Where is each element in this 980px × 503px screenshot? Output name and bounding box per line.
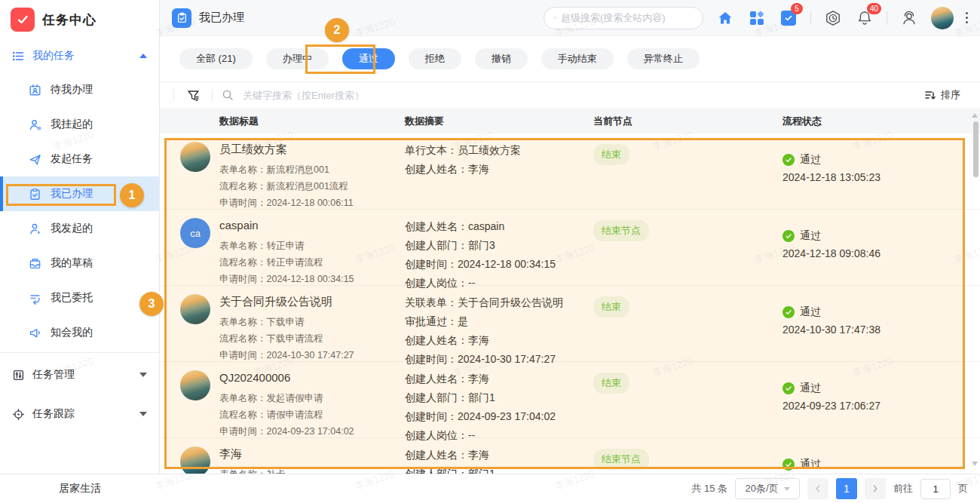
- task-center-app: 任务中心 我的任务 待我办理 我挂起的 发起任务: [0, 0, 980, 503]
- flow-status: 通过 2024-09-23 17:06:27: [782, 382, 880, 412]
- sidebar-item-suspended[interactable]: 我挂起的: [0, 107, 159, 142]
- summary-line: 创建人部门：部门3: [405, 236, 556, 255]
- filter-button[interactable]: [183, 85, 203, 105]
- summary-line: 单行文本：员工绩效方案: [405, 141, 521, 160]
- sidebar-item-label: 发起任务: [51, 152, 93, 166]
- group-label: 任务跟踪: [32, 407, 75, 421]
- support-button[interactable]: [899, 8, 919, 28]
- goto-page-input[interactable]: [920, 479, 951, 499]
- prev-page-button[interactable]: [807, 478, 828, 499]
- tab-in-progress[interactable]: 办理中: [266, 48, 329, 69]
- workspace-switcher[interactable]: 居家生活: [0, 482, 160, 495]
- divider: [810, 11, 811, 25]
- flow-status: 通过: [782, 458, 821, 471]
- filter-row: 排序: [160, 82, 980, 108]
- field-line: 表单名称：补卡: [219, 466, 286, 474]
- row-fields: 表单名称：补卡: [219, 466, 286, 474]
- flow-status: 通过 2024-10-30 17:47:38: [782, 305, 880, 336]
- row-summary: 单行文本：员工绩效方案 创建人姓名：李海: [405, 141, 521, 179]
- sidebar-item-todo[interactable]: 待我办理: [0, 72, 159, 107]
- keyword-search-input[interactable]: [243, 90, 544, 101]
- row-fields: 表单名称：下载申请 流程名称：下载申请流程 申请时间：2024-10-30 17…: [219, 314, 354, 363]
- status-label: 通过: [800, 229, 821, 243]
- tab-passed[interactable]: 通过: [342, 48, 395, 69]
- user-arrow-icon: [29, 222, 41, 235]
- app-logo[interactable]: 任务中心: [0, 0, 159, 39]
- next-page-button[interactable]: [865, 478, 886, 499]
- tab-revoked[interactable]: 撤销: [475, 48, 528, 69]
- sidebar-item-cc-to-me[interactable]: 知会我的: [0, 315, 159, 350]
- sidebar-item-initiated-by-me[interactable]: 我发起的: [0, 211, 159, 246]
- table-row[interactable]: ca caspain 表单名称：转正申请 流程名称：转正申请流程 申请时间：20…: [160, 210, 980, 286]
- sidebar-item-drafts[interactable]: 我的草稿: [0, 246, 159, 281]
- apps-button[interactable]: [747, 8, 767, 28]
- sidebar-item-delegated[interactable]: 我已委托: [0, 281, 159, 315]
- avatar: [180, 142, 210, 172]
- tab-abnormal-end[interactable]: 异常终止: [627, 48, 700, 69]
- table-row[interactable]: 李海 表单名称：补卡 创建人姓名：李海 创建人部门：部门1 结束节点 通过: [160, 438, 980, 474]
- page-size-select[interactable]: 20条/页: [735, 478, 800, 499]
- sidebar-item-initiate-task[interactable]: 发起任务: [0, 142, 159, 176]
- row-fields: 表单名称：新流程消息001 流程名称：新流程消息001流程 申请时间：2024-…: [219, 161, 354, 211]
- row-title[interactable]: 员工绩效方案: [219, 143, 287, 157]
- status-label: 通过: [800, 305, 821, 319]
- row-summary: 创建人姓名：李海 创建人部门：部门1 创建时间：2024-09-23 17:04…: [405, 370, 556, 445]
- home-button[interactable]: [715, 8, 735, 28]
- status-time: 2024-12-18 09:08:46: [782, 247, 880, 259]
- summary-line: 创建人姓名：李海: [405, 370, 556, 388]
- calendar-user-icon: [29, 84, 41, 97]
- summary-line: 创建时间：2024-12-18 00:34:15: [405, 255, 556, 274]
- status-time: 2024-09-23 17:06:27: [782, 400, 880, 412]
- avatar: [180, 370, 210, 400]
- more-menu-button[interactable]: [966, 12, 968, 23]
- search-icon: [222, 89, 234, 101]
- table-row[interactable]: 员工绩效方案 表单名称：新流程消息001 流程名称：新流程消息001流程 申请时…: [160, 133, 980, 210]
- status-tabbar: 全部 (21) 办理中 通过 拒绝 撤销 手动结束 异常终止: [160, 36, 980, 82]
- global-search-input[interactable]: [561, 12, 694, 23]
- summary-line: 审批通过：是: [405, 312, 563, 331]
- scrollbar-down-arrow[interactable]: [972, 462, 978, 466]
- row-title[interactable]: caspain: [219, 219, 259, 232]
- row-summary: 创建人姓名：caspain 创建人部门：部门3 创建时间：2024-12-18 …: [405, 217, 556, 293]
- sidebar-item-handled[interactable]: 我已办理: [0, 176, 159, 211]
- tab-rejected[interactable]: 拒绝: [409, 48, 461, 69]
- current-node-tag: 结束节点: [593, 449, 649, 470]
- clipboard-check-icon: [29, 188, 41, 201]
- table-row[interactable]: QJ202400006 表单名称：发起请假申请 流程名称：请假申请流程 申请时间…: [160, 362, 980, 438]
- user-avatar[interactable]: [931, 7, 954, 29]
- sidebar-group-task-manage[interactable]: 任务管理: [0, 355, 159, 394]
- row-title[interactable]: QJ202400006: [219, 371, 290, 384]
- sidebar-item-label: 我的草稿: [51, 256, 93, 270]
- table-header: 数据标题 数据摘要 当前节点 流程状态: [160, 108, 980, 133]
- sidebar-item-label: 知会我的: [51, 326, 93, 339]
- row-title[interactable]: 李海: [219, 447, 242, 462]
- tab-manual-end[interactable]: 手动结束: [541, 48, 614, 69]
- sidebar-group-task-track[interactable]: 任务跟踪: [0, 394, 159, 434]
- page-title: 我已办理: [199, 11, 244, 25]
- tab-all[interactable]: 全部 (21): [179, 48, 253, 69]
- scrollbar-up-arrow[interactable]: [972, 113, 978, 118]
- divider: [212, 89, 213, 101]
- page-1-button[interactable]: 1: [836, 478, 857, 499]
- topbar: 我已办理 5: [160, 0, 980, 36]
- crosshair-target-icon: [12, 408, 25, 421]
- sidebar-group-my-tasks[interactable]: 我的任务: [0, 39, 159, 72]
- history-button[interactable]: [823, 8, 843, 28]
- draft-inbox-icon: [29, 257, 41, 270]
- status-label: 通过: [800, 458, 821, 471]
- sort-button[interactable]: 排序: [924, 88, 966, 102]
- delegate-transfer-icon: [29, 292, 41, 305]
- chevron-down-icon: [139, 412, 147, 416]
- tasks-shortcut-button[interactable]: 5: [779, 8, 798, 28]
- apps-grid-icon: [749, 11, 764, 26]
- chevron-up-icon: [139, 54, 147, 58]
- field-line: 申请时间：2024-12-18 00:06:11: [219, 195, 354, 211]
- notifications-button[interactable]: 40: [855, 8, 874, 28]
- row-title[interactable]: 关于合同升级公告说明: [219, 295, 332, 309]
- footer: 居家生活 共 15 条 20条/页 1 前往 页: [0, 474, 980, 503]
- megaphone-icon: [29, 327, 41, 339]
- table-row[interactable]: 关于合同升级公告说明 表单名称：下载申请 流程名称：下载申请流程 申请时间：20…: [160, 286, 980, 362]
- scrollbar-thumb[interactable]: [973, 121, 978, 177]
- global-search[interactable]: [544, 7, 703, 29]
- group-label: 我的任务: [32, 49, 75, 63]
